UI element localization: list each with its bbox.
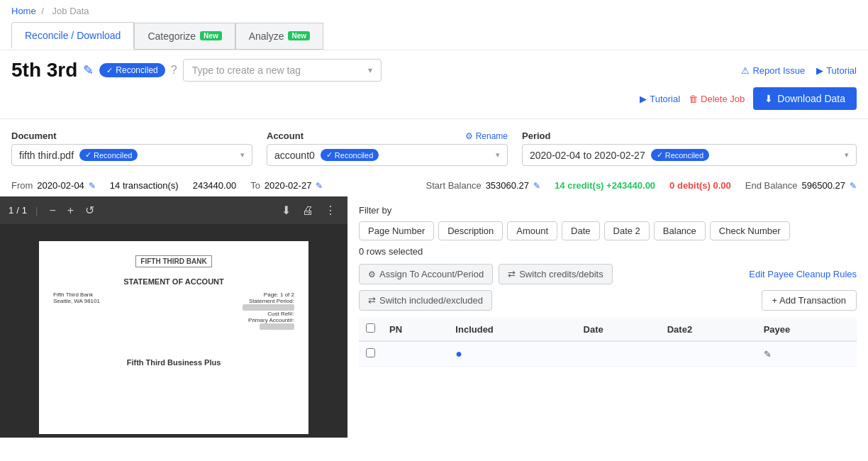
account-chevron: ▾ xyxy=(496,150,500,160)
assign-account-button[interactable]: ⚙ Assign To Account/Period xyxy=(359,264,493,284)
filter-section: Filter by Page Number Description Amount… xyxy=(359,205,857,257)
account-select[interactable]: account0 ✓ Reconciled ▾ xyxy=(267,144,508,166)
edit-rules-link[interactable]: Edit Payee Cleanup Rules xyxy=(749,269,857,279)
secondary-actions: ▶ Tutorial 🗑 Delete Job ⬇ Download Data xyxy=(0,84,868,116)
breadcrumb-current: Job Data xyxy=(52,6,89,16)
debits-stat: 0 debit(s) 0.00 xyxy=(669,180,731,191)
th-pn: PN xyxy=(382,318,448,341)
transactions-stat: 14 transaction(s) xyxy=(110,180,179,191)
form-section: Document fifth third.pdf ✓ Reconciled ▾ … xyxy=(0,122,868,174)
gear-icon-rename: ⚙ xyxy=(465,131,473,141)
table-header-row: PN Included Date Date2 Payee xyxy=(359,318,857,341)
warning-icon: ⚠ xyxy=(741,65,750,76)
tab-categorize[interactable]: Categorize New xyxy=(134,23,235,50)
row-checkbox[interactable] xyxy=(366,348,375,357)
pdf-page-num: 1 / 1 xyxy=(9,205,27,216)
period-select[interactable]: 2020-02-04 to 2020-02-27 ✓ Reconciled ▾ xyxy=(522,144,857,166)
to-edit-icon[interactable]: ✎ xyxy=(316,181,323,191)
amount-stat: 243440.00 xyxy=(193,180,236,191)
payee-edit-icon[interactable]: ✎ xyxy=(764,349,772,360)
document-label: Document xyxy=(11,130,252,141)
filter-label: Filter by xyxy=(359,205,857,216)
th-checkbox xyxy=(359,318,382,341)
statement-title: STATEMENT OF ACCOUNT xyxy=(53,277,294,286)
included-icon: ● xyxy=(455,348,462,360)
switch-icon-credits: ⇄ xyxy=(508,269,516,279)
tab-analyze[interactable]: Analyze New xyxy=(235,23,323,50)
pdf-footer: Fifth Third Business Plus xyxy=(53,358,294,367)
period-reconciled-badge: ✓ Reconciled xyxy=(651,149,709,161)
row-checkbox-cell xyxy=(359,341,382,367)
home-link[interactable]: Home xyxy=(11,6,36,16)
period-value: 2020-02-04 to 2020-02-27 xyxy=(530,150,645,161)
pdf-address: Fifth Third Bank Seattle, WA 98101 xyxy=(53,291,100,330)
document-value: fifth third.pdf xyxy=(19,150,74,161)
pdf-download-button[interactable]: ⬇ xyxy=(279,202,294,218)
help-icon[interactable]: ? xyxy=(171,64,177,77)
th-date: Date xyxy=(577,318,660,341)
breadcrumb-separator: / xyxy=(41,6,44,16)
period-label: Period xyxy=(522,130,857,141)
th-date2: Date2 xyxy=(660,318,757,341)
analyze-badge: New xyxy=(288,31,310,40)
header-actions: ⚠ Report Issue ▶ Tutorial xyxy=(741,65,857,76)
transactions-table: PN Included Date Date2 Payee ● xyxy=(359,318,857,367)
switch-included-button[interactable]: ⇄ Switch included/excluded xyxy=(359,290,492,311)
document-chevron: ▾ xyxy=(240,150,245,160)
pdf-print-button[interactable]: 🖨 xyxy=(299,203,316,218)
pdf-zoom-in-button[interactable]: + xyxy=(65,203,77,218)
pdf-rotate-button[interactable]: ↺ xyxy=(82,202,97,218)
download-data-button[interactable]: ⬇ Download Data xyxy=(753,87,857,110)
filter-amount[interactable]: Amount xyxy=(507,221,557,240)
download-icon: ⬇ xyxy=(764,93,773,104)
period-chevron: ▾ xyxy=(845,150,849,160)
action-row-2: ⇄ Switch included/excluded + Add Transac… xyxy=(359,290,857,311)
tag-input[interactable]: Type to create a new tag ▾ xyxy=(183,59,382,82)
end-balance-edit-icon[interactable]: ✎ xyxy=(850,181,857,191)
breadcrumb: Home / Job Data xyxy=(0,0,868,22)
start-balance-edit-icon[interactable]: ✎ xyxy=(533,181,540,191)
account-value: account0 xyxy=(274,150,315,161)
bank-logo: FIFTH THIRD BANK xyxy=(135,255,211,267)
switch-icon-included: ⇄ xyxy=(368,295,376,306)
add-transaction-button[interactable]: + Add Transaction xyxy=(762,290,857,311)
pdf-zoom-out-button[interactable]: − xyxy=(46,203,58,218)
action-row: ⚙ Assign To Account/Period ⇄ Switch cred… xyxy=(359,264,857,284)
filter-check-number[interactable]: Check Number xyxy=(710,221,790,240)
tutorial-top-button[interactable]: ▶ Tutorial xyxy=(816,65,857,76)
document-group: Document fifth third.pdf ✓ Reconciled ▾ xyxy=(11,130,252,166)
pdf-more-button[interactable]: ⋮ xyxy=(322,202,339,218)
filter-buttons: Page Number Description Amount Date Date… xyxy=(359,221,857,240)
stats-row: From 2020-02-04 ✎ 14 transaction(s) 2434… xyxy=(0,174,868,196)
filter-description[interactable]: Description xyxy=(438,221,503,240)
filter-date[interactable]: Date xyxy=(562,221,599,240)
title-area: 5th 3rd ✎ ✓ Reconciled ? Type to create … xyxy=(11,59,382,82)
pdf-panel: 1 / 1 | − + ↺ ⬇ 🖨 ⋮ FIFTH THIRD BANK STA… xyxy=(0,196,347,438)
title-edit-icon[interactable]: ✎ xyxy=(83,62,94,78)
period-group: Period 2020-02-04 to 2020-02-27 ✓ Reconc… xyxy=(522,130,857,166)
tab-reconcile[interactable]: Reconcile / Download xyxy=(11,22,134,50)
gear-icon-assign: ⚙ xyxy=(368,270,376,279)
account-label: Account xyxy=(267,130,304,141)
pdf-info: Page: 1 of 2 Statement Period: Feb 01 20… xyxy=(243,291,294,330)
delete-job-button[interactable]: 🗑 Delete Job xyxy=(689,94,745,104)
pdf-blur-period: Feb 01 2020 - Feb -- xyxy=(243,304,294,311)
page-title: 5th 3rd xyxy=(11,59,77,82)
tabs-bar: Reconcile / Download Categorize New Anal… xyxy=(0,22,868,50)
filter-balance[interactable]: Balance xyxy=(654,221,706,240)
pdf-blur-account: ########### xyxy=(260,323,294,330)
switch-credits-button[interactable]: ⇄ Switch credits/debits xyxy=(499,264,613,284)
document-select[interactable]: fifth third.pdf ✓ Reconciled ▾ xyxy=(11,144,252,166)
filter-date2[interactable]: Date 2 xyxy=(604,221,650,240)
report-issue-button[interactable]: ⚠ Report Issue xyxy=(741,65,805,76)
from-edit-icon[interactable]: ✎ xyxy=(89,181,96,191)
th-included: Included xyxy=(448,318,576,341)
filter-page-number[interactable]: Page Number xyxy=(359,221,434,240)
header-row: 5th 3rd ✎ ✓ Reconciled ? Type to create … xyxy=(0,50,868,84)
end-balance-stat: End Balance 596500.27 ✎ xyxy=(745,180,857,191)
select-all-checkbox[interactable] xyxy=(366,323,375,333)
tutorial-button[interactable]: ▶ Tutorial xyxy=(640,94,680,104)
right-panel: Filter by Page Number Description Amount… xyxy=(347,196,868,438)
pdf-toolbar: 1 / 1 | − + ↺ ⬇ 🖨 ⋮ xyxy=(0,196,347,224)
rename-button[interactable]: ⚙ Rename xyxy=(465,131,508,141)
